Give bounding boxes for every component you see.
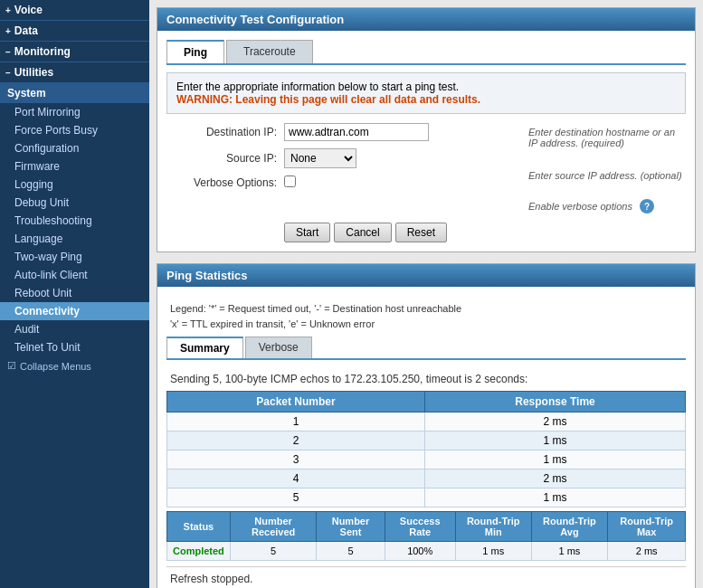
sidebar-item-configuration[interactable]: Configuration (0, 139, 149, 157)
sidebar-item-auto-link-client[interactable]: Auto-link Client (0, 266, 149, 284)
sidebar-item-debug-unit[interactable]: Debug Unit (0, 194, 149, 212)
packet-number-cell: 1 (167, 413, 425, 432)
collapse-menus-button[interactable]: ☑ Collapse Menus (0, 356, 149, 375)
footer-rt-min: 1 ms (455, 542, 531, 561)
button-row: Start Cancel Reset (166, 223, 686, 242)
sidebar-voice-label: Voice (14, 4, 43, 16)
sidebar-system-section: System (0, 83, 149, 103)
sidebar-section-monitoring[interactable]: − Monitoring (0, 42, 149, 62)
verbose-hint: Enable verbose options (528, 201, 632, 212)
sidebar-item-port-mirroring[interactable]: Port Mirroring (0, 103, 149, 121)
info-box: Enter the appropriate information below … (166, 72, 686, 114)
sidebar-item-telnet-to-unit[interactable]: Telnet To Unit (0, 338, 149, 356)
footer-col-rt-avg: Round-Trip Avg (531, 512, 608, 542)
system-label: System (7, 87, 46, 100)
packet-number-cell: 5 (167, 488, 425, 507)
sidebar-item-two-way-ping[interactable]: Two-way Ping (0, 248, 149, 266)
sidebar-item-reboot-unit[interactable]: Reboot Unit (0, 284, 149, 302)
connectivity-tab-bar: Ping Traceroute (166, 40, 686, 65)
connectivity-config-panel-body: Ping Traceroute Enter the appropriate in… (157, 31, 695, 251)
destination-ip-control (284, 123, 429, 141)
stats-table: Packet Number Response Time 12 ms21 ms31… (166, 391, 686, 507)
sidebar-section-utilities[interactable]: − Utilities (0, 62, 149, 83)
footer-received: 5 (230, 542, 317, 561)
connectivity-config-panel: Connectivity Test Configuration Ping Tra… (157, 7, 696, 252)
footer-col-sent: Number Sent (317, 512, 385, 542)
table-row: 51 ms (167, 488, 686, 507)
voice-expand-icon: + (5, 5, 11, 15)
destination-ip-hint: Enter destination hostname or an IP addr… (528, 127, 686, 148)
response-time-cell: 1 ms (424, 432, 685, 450)
source-ip-row: Source IP: None (166, 148, 505, 168)
sidebar-data-label: Data (14, 24, 38, 37)
sidebar-item-firmware[interactable]: Firmware (0, 157, 149, 175)
footer-col-success: Success Rate (385, 512, 455, 542)
destination-ip-input[interactable] (284, 123, 429, 141)
footer-col-received: Number Received (230, 512, 317, 542)
col-header-response: Response Time (424, 392, 685, 413)
info-text: Enter the appropriate information below … (176, 81, 676, 93)
tab-summary[interactable]: Summary (166, 337, 243, 358)
table-row: 42 ms (167, 469, 686, 488)
send-info: Sending 5, 100-byte ICMP echos to 172.23… (166, 367, 686, 391)
sidebar-item-logging[interactable]: Logging (0, 175, 149, 194)
response-time-cell: 2 ms (424, 469, 685, 488)
refresh-stopped: Refresh stopped. (166, 566, 686, 588)
reset-button[interactable]: Reset (395, 223, 447, 242)
verbose-options-label: Verbose Options: (166, 176, 284, 189)
data-expand-icon: + (5, 26, 11, 36)
tab-traceroute[interactable]: Traceroute (226, 40, 313, 63)
sidebar-section-voice[interactable]: + Voice (0, 0, 149, 21)
source-ip-select[interactable]: None (284, 148, 356, 168)
footer-status: Completed (167, 542, 231, 561)
ping-statistics-panel-header: Ping Statistics (157, 264, 695, 287)
packet-number-cell: 4 (167, 469, 425, 488)
help-icon[interactable]: ? (640, 199, 654, 213)
footer-rt-avg: 1 ms (531, 542, 608, 561)
legend-text: Legend: '*' = Request timed out, '-' = D… (166, 296, 686, 337)
ping-statistics-panel-body: Legend: '*' = Request timed out, '-' = D… (157, 287, 695, 588)
sidebar-item-audit[interactable]: Audit (0, 320, 149, 338)
footer-col-rt-min: Round-Trip Min (455, 512, 531, 542)
source-ip-control: None (284, 148, 356, 168)
main-content: Connectivity Test Configuration Ping Tra… (149, 0, 703, 588)
tab-verbose[interactable]: Verbose (245, 337, 312, 358)
sidebar-item-troubleshooting[interactable]: Troubleshooting (0, 212, 149, 230)
sidebar-section-data[interactable]: + Data (0, 21, 149, 42)
destination-ip-row: Destination IP: (166, 123, 505, 141)
stats-footer-table: Status Number Received Number Sent Succe… (166, 511, 686, 561)
utilities-expand-icon: − (5, 68, 11, 78)
sidebar-utilities-label: Utilities (14, 66, 53, 79)
cancel-button[interactable]: Cancel (334, 223, 391, 242)
sidebar-monitoring-label: Monitoring (14, 45, 71, 58)
sidebar-item-force-ports-busy[interactable]: Force Ports Busy (0, 121, 149, 139)
footer-col-rt-max: Round-Trip Max (608, 512, 686, 542)
source-ip-hint: Enter source IP address. (optional) (528, 170, 686, 181)
tab-ping[interactable]: Ping (166, 40, 224, 63)
hints-column: Enter destination hostname or an IP addr… (505, 123, 686, 213)
collapse-checkbox-icon: ☑ (7, 360, 16, 372)
monitoring-expand-icon: − (5, 47, 11, 57)
warning-text: WARNING: Leaving this page will clear al… (176, 93, 676, 106)
table-row: 12 ms (167, 413, 686, 432)
table-row: 31 ms (167, 450, 686, 469)
ping-statistics-panel: Ping Statistics Legend: '*' = Request ti… (157, 263, 696, 588)
verbose-options-row: Verbose Options: (166, 175, 505, 190)
footer-sent: 5 (317, 542, 385, 561)
connectivity-config-panel-header: Connectivity Test Configuration (157, 8, 695, 31)
sidebar-item-connectivity[interactable]: Connectivity (0, 302, 149, 320)
sidebar: + Voice + Data − Monitoring − Utilities … (0, 0, 149, 588)
verbose-options-control (284, 175, 296, 190)
col-header-packet: Packet Number (167, 392, 425, 413)
source-ip-label: Source IP: (166, 152, 284, 165)
response-time-cell: 1 ms (424, 450, 685, 469)
destination-ip-label: Destination IP: (166, 126, 284, 138)
start-button[interactable]: Start (284, 223, 330, 242)
table-row: 21 ms (167, 432, 686, 450)
verbose-checkbox[interactable] (284, 175, 296, 187)
packet-number-cell: 3 (167, 450, 425, 469)
stats-tab-bar: Summary Verbose (166, 337, 686, 360)
footer-col-status: Status (167, 512, 231, 542)
sidebar-item-language[interactable]: Language (0, 230, 149, 248)
footer-rt-max: 2 ms (608, 542, 686, 561)
